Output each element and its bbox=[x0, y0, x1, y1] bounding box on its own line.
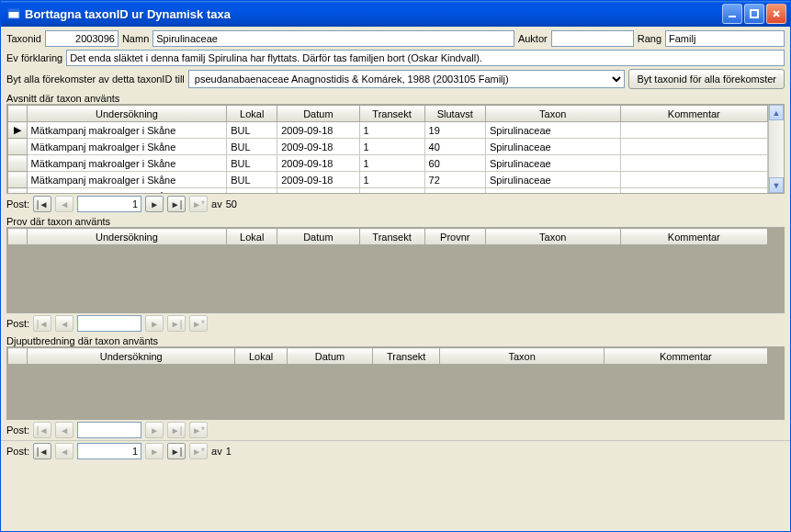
nav-new-button[interactable]: ►* bbox=[189, 443, 208, 459]
cell-slutavst[interactable]: 107 bbox=[424, 188, 485, 194]
nav-prev-button[interactable]: ◄ bbox=[55, 443, 73, 459]
cell-undersokning[interactable]: Mätkampanj makroalger i Skåne bbox=[27, 139, 227, 155]
cell-kommentar[interactable] bbox=[620, 172, 767, 188]
col-transekt[interactable]: Transekt bbox=[372, 348, 440, 365]
cell-lokal[interactable]: BUL bbox=[227, 172, 277, 188]
col-provnr[interactable]: Provnr bbox=[424, 229, 485, 245]
cell-undersokning[interactable]: Mätkampanj makroalger i Skåne bbox=[27, 172, 227, 188]
nav-first-button[interactable]: |◄ bbox=[33, 422, 51, 438]
cell-slutavst[interactable]: 19 bbox=[424, 122, 485, 139]
table-row[interactable]: Mätkampanj makroalger i SkåneBUL2009-09-… bbox=[8, 155, 768, 172]
record-number-input[interactable] bbox=[77, 422, 141, 438]
col-lokal[interactable]: Lokal bbox=[227, 106, 277, 122]
cell-datum[interactable]: 2009-09-18 bbox=[277, 188, 359, 194]
record-number-input[interactable] bbox=[77, 443, 141, 459]
row-selector[interactable] bbox=[8, 188, 28, 194]
cell-transekt[interactable]: 1 bbox=[359, 188, 424, 194]
titlebar[interactable]: Borttagna taxonID ur Dynamisk taxa bbox=[1, 1, 790, 27]
col-taxon[interactable]: Taxon bbox=[440, 348, 604, 365]
nav-prev-button[interactable]: ◄ bbox=[55, 196, 73, 212]
row-selector[interactable] bbox=[8, 155, 28, 172]
cell-transekt[interactable]: 1 bbox=[359, 172, 424, 188]
nav-first-button[interactable]: |◄ bbox=[33, 443, 51, 459]
table-row[interactable]: ▶Mätkampanj makroalger i SkåneBUL2009-09… bbox=[8, 122, 768, 139]
minimize-button[interactable] bbox=[722, 4, 742, 24]
record-number-input[interactable] bbox=[77, 196, 141, 212]
byt-dropdown[interactable]: pseudanabaenaceae Anagnostidis & Komárek… bbox=[188, 70, 626, 88]
namn-field[interactable] bbox=[153, 30, 514, 47]
table-row[interactable]: Mätkampanj makroalger i SkåneBUL2009-09-… bbox=[8, 172, 768, 188]
col-undersokning[interactable]: Undersökning bbox=[27, 106, 227, 122]
col-kommentar[interactable]: Kommentar bbox=[604, 348, 767, 365]
row-selector[interactable] bbox=[8, 139, 28, 155]
col-kommentar[interactable]: Kommentar bbox=[620, 106, 767, 122]
cell-kommentar[interactable] bbox=[620, 139, 767, 155]
nav-last-button[interactable]: ►| bbox=[167, 196, 186, 212]
col-undersokning[interactable]: Undersökning bbox=[27, 229, 227, 245]
table-row[interactable]: Mätkampanj makroalger i SkåneBUL2009-09-… bbox=[8, 188, 768, 194]
close-button[interactable] bbox=[766, 4, 786, 24]
col-transekt[interactable]: Transekt bbox=[359, 229, 424, 245]
cell-kommentar[interactable] bbox=[620, 155, 767, 172]
section3-table[interactable]: Undersökning Lokal Datum Transekt Taxon … bbox=[7, 347, 768, 365]
cell-undersokning[interactable]: Mätkampanj makroalger i Skåne bbox=[27, 155, 227, 172]
row-selector[interactable] bbox=[8, 172, 28, 188]
nav-next-button[interactable]: ► bbox=[145, 196, 164, 212]
col-undersokning[interactable]: Undersökning bbox=[28, 348, 235, 365]
rang-field[interactable] bbox=[665, 30, 785, 47]
ev-forklaring-field[interactable] bbox=[66, 50, 785, 66]
nav-new-button[interactable]: ►* bbox=[189, 196, 208, 212]
row-selector[interactable]: ▶ bbox=[8, 122, 28, 139]
nav-next-button[interactable]: ► bbox=[145, 443, 164, 459]
nav-first-button[interactable]: |◄ bbox=[33, 315, 51, 332]
cell-transekt[interactable]: 1 bbox=[359, 122, 424, 139]
nav-first-button[interactable]: |◄ bbox=[33, 196, 51, 212]
cell-datum[interactable]: 2009-09-18 bbox=[277, 172, 359, 188]
cell-datum[interactable]: 2009-09-18 bbox=[277, 122, 359, 139]
row-selector-header[interactable] bbox=[8, 229, 28, 245]
cell-taxon[interactable]: Spirulinaceae bbox=[485, 155, 620, 172]
nav-prev-button[interactable]: ◄ bbox=[55, 315, 73, 332]
cell-kommentar[interactable] bbox=[620, 188, 767, 194]
col-datum[interactable]: Datum bbox=[277, 229, 359, 245]
nav-new-button[interactable]: ►* bbox=[189, 315, 208, 332]
col-slutavst[interactable]: Slutavst bbox=[424, 106, 485, 122]
record-number-input[interactable] bbox=[77, 315, 141, 332]
cell-lokal[interactable]: BUL bbox=[227, 155, 277, 172]
cell-lokal[interactable]: BUL bbox=[227, 122, 277, 139]
row-selector-header[interactable] bbox=[8, 106, 28, 122]
scroll-up-icon[interactable]: ▲ bbox=[769, 105, 784, 120]
cell-taxon[interactable]: Spirulinaceae bbox=[485, 172, 620, 188]
col-taxon[interactable]: Taxon bbox=[485, 229, 620, 245]
col-datum[interactable]: Datum bbox=[288, 348, 373, 365]
cell-transekt[interactable]: 1 bbox=[359, 155, 424, 172]
cell-lokal[interactable]: BUL bbox=[227, 188, 277, 194]
table-row[interactable]: Mätkampanj makroalger i SkåneBUL2009-09-… bbox=[8, 139, 768, 155]
section1-table[interactable]: Undersökning Lokal Datum Transekt Slutav… bbox=[7, 105, 768, 193]
maximize-button[interactable] bbox=[744, 4, 764, 24]
nav-last-button[interactable]: ►| bbox=[167, 443, 186, 459]
nav-new-button[interactable]: ►* bbox=[189, 422, 208, 438]
section1-scrollbar[interactable]: ▲ ▼ bbox=[768, 105, 784, 193]
col-taxon[interactable]: Taxon bbox=[485, 106, 620, 122]
cell-datum[interactable]: 2009-09-18 bbox=[277, 139, 359, 155]
cell-kommentar[interactable] bbox=[620, 122, 767, 139]
scroll-down-icon[interactable]: ▼ bbox=[769, 177, 784, 193]
cell-slutavst[interactable]: 60 bbox=[424, 155, 485, 172]
col-datum[interactable]: Datum bbox=[277, 106, 359, 122]
cell-transekt[interactable]: 1 bbox=[359, 139, 424, 155]
cell-datum[interactable]: 2009-09-18 bbox=[277, 155, 359, 172]
nav-next-button[interactable]: ► bbox=[145, 422, 164, 438]
cell-taxon[interactable]: Spirulinaceae bbox=[485, 139, 620, 155]
cell-slutavst[interactable]: 72 bbox=[424, 172, 485, 188]
cell-taxon[interactable]: Spirulinaceae bbox=[485, 122, 620, 139]
nav-next-button[interactable]: ► bbox=[145, 315, 164, 332]
nav-last-button[interactable]: ►| bbox=[167, 422, 186, 438]
col-kommentar[interactable]: Kommentar bbox=[620, 229, 767, 245]
cell-undersokning[interactable]: Mätkampanj makroalger i Skåne bbox=[27, 188, 227, 194]
section2-table[interactable]: Undersökning Lokal Datum Transekt Provnr… bbox=[7, 228, 768, 245]
cell-lokal[interactable]: BUL bbox=[227, 139, 277, 155]
taxonid-field[interactable] bbox=[45, 30, 119, 47]
nav-prev-button[interactable]: ◄ bbox=[55, 422, 73, 438]
col-lokal[interactable]: Lokal bbox=[227, 229, 277, 245]
